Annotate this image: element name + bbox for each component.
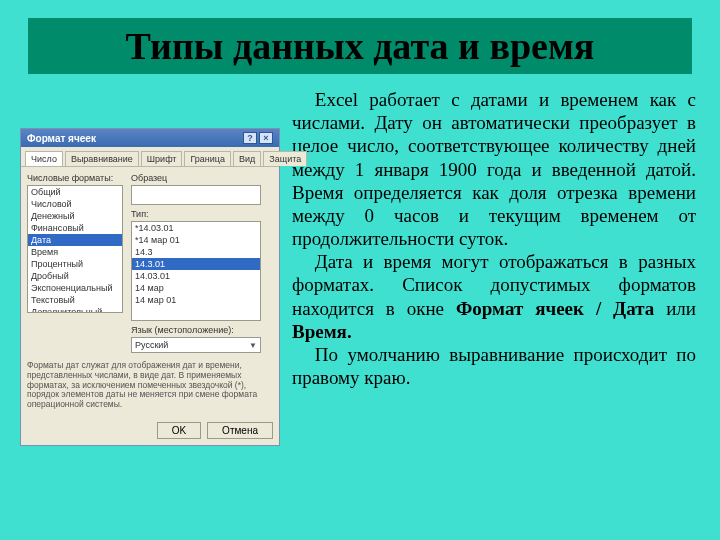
- chevron-down-icon: ▼: [249, 341, 257, 350]
- tab-view[interactable]: Вид: [233, 151, 261, 166]
- list-item[interactable]: Денежный: [28, 210, 122, 222]
- language-value: Русский: [135, 340, 168, 350]
- tab-protection[interactable]: Защита: [263, 151, 307, 166]
- bold-text: Формат ячеек / Дата: [456, 298, 654, 319]
- list-item[interactable]: Процентный: [28, 258, 122, 270]
- tab-alignment[interactable]: Выравнивание: [65, 151, 139, 166]
- ok-button[interactable]: OK: [157, 422, 201, 439]
- list-item[interactable]: Финансовый: [28, 222, 122, 234]
- list-item[interactable]: Общий: [28, 186, 122, 198]
- language-label: Язык (местоположение):: [131, 325, 261, 335]
- categories-label: Числовые форматы:: [27, 173, 123, 183]
- list-item[interactable]: Числовой: [28, 198, 122, 210]
- format-cells-dialog: Формат ячеек ? × Число Выравнивание Шриф…: [20, 128, 280, 446]
- language-select[interactable]: Русский ▼: [131, 337, 261, 353]
- list-item[interactable]: Экспоненциальный: [28, 282, 122, 294]
- list-item[interactable]: 14.3: [132, 246, 260, 258]
- title-banner: Типы данных дата и время: [28, 18, 692, 74]
- dialog-body: Числовые форматы: Общий Числовой Денежны…: [21, 167, 279, 416]
- paragraph: По умолчанию выравнивание происходит по …: [292, 343, 696, 389]
- window-buttons: ? ×: [243, 132, 273, 144]
- tab-border[interactable]: Граница: [184, 151, 231, 166]
- tab-number[interactable]: Число: [25, 151, 63, 166]
- dialog-title: Формат ячеек: [27, 133, 96, 144]
- list-item[interactable]: 14.3.01: [132, 258, 260, 270]
- close-icon[interactable]: ×: [259, 132, 273, 144]
- list-item[interactable]: 14 мар: [132, 282, 260, 294]
- list-item[interactable]: Текстовый: [28, 294, 122, 306]
- bold-text: Время.: [292, 321, 352, 342]
- categories-list[interactable]: Общий Числовой Денежный Финансовый Дата …: [27, 185, 123, 313]
- list-item[interactable]: *14.03.01: [132, 222, 260, 234]
- list-item[interactable]: *14 мар 01: [132, 234, 260, 246]
- list-item[interactable]: Время: [28, 246, 122, 258]
- paragraph: Дата и время могут отображаться в разных…: [292, 250, 696, 343]
- explanation-text: Excel работает с датами и временем как с…: [292, 84, 696, 389]
- page-title: Типы данных дата и время: [42, 24, 678, 68]
- list-item[interactable]: Дробный: [28, 270, 122, 282]
- list-item[interactable]: 14.03.01: [132, 270, 260, 282]
- list-item[interactable]: 14 мар 01: [132, 294, 260, 306]
- cancel-button[interactable]: Отмена: [207, 422, 273, 439]
- list-item[interactable]: Дата: [28, 234, 122, 246]
- content-row: Формат ячеек ? × Число Выравнивание Шриф…: [0, 84, 720, 446]
- type-label: Тип:: [131, 209, 261, 219]
- paragraph: Excel работает с датами и временем как с…: [292, 88, 696, 250]
- dialog-description: Форматы дат служат для отображения дат и…: [27, 361, 273, 410]
- type-list[interactable]: *14.03.01 *14 мар 01 14.3 14.3.01 14.03.…: [131, 221, 261, 321]
- dialog-buttons: OK Отмена: [21, 416, 279, 445]
- dialog-titlebar: Формат ячеек ? ×: [21, 129, 279, 147]
- sample-label: Образец: [131, 173, 261, 183]
- help-icon[interactable]: ?: [243, 132, 257, 144]
- list-item[interactable]: Дополнительный: [28, 306, 122, 313]
- sample-box: [131, 185, 261, 205]
- tab-font[interactable]: Шрифт: [141, 151, 183, 166]
- dialog-tabs: Число Выравнивание Шрифт Граница Вид Защ…: [21, 147, 279, 167]
